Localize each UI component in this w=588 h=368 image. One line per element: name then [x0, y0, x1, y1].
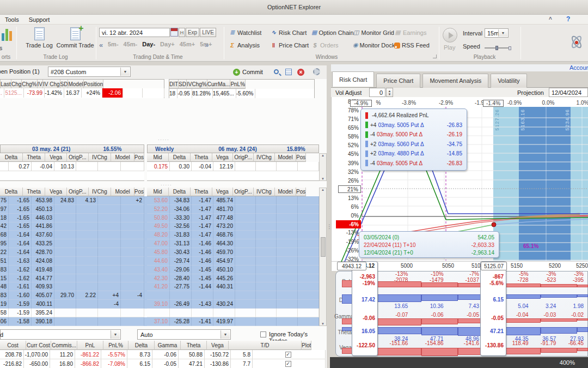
- column-header[interactable]: Pos: [296, 188, 306, 196]
- column-header[interactable]: Last: [1, 80, 11, 89]
- summary-right-row[interactable]: 18-0.9581.28%15,465...-5.60%: [169, 89, 314, 98]
- column-header[interactable]: Pos: [134, 153, 144, 162]
- column-header[interactable]: Theta: [191, 153, 212, 162]
- column-header[interactable]: Model: [275, 153, 296, 162]
- column-header[interactable]: IVChg: [254, 153, 275, 162]
- column-header[interactable]: Delta: [0, 188, 23, 196]
- option-row[interactable]: 2.42-1.65441.86 49.50-32.56-1.47473.20: [0, 222, 319, 231]
- column-header[interactable]: Gamma: [155, 341, 181, 350]
- column-header[interactable]: Vega: [45, 153, 67, 162]
- option-row[interactable]: 0.22-1.64428.70 45.80-30.43-1.46459.70: [0, 248, 319, 257]
- panel-splitter[interactable]: ⋮: [327, 65, 331, 368]
- option-row[interactable]: 4.75-1.65453.9824.834.13+2 53.60-34.83-1…: [0, 196, 319, 205]
- slider-thumb[interactable]: [495, 46, 498, 50]
- tab[interactable]: Movement Analysis: [422, 74, 488, 88]
- column-header[interactable]: Pos: [296, 153, 306, 162]
- live-button[interactable]: LIVE: [200, 28, 216, 37]
- commit-trade-button[interactable]: Commit Trade: [56, 27, 95, 49]
- menu-item[interactable]: Tools: [0, 15, 24, 25]
- window-button[interactable]: Option Chain: [311, 29, 353, 36]
- column-header[interactable]: OrigP...: [67, 153, 89, 162]
- column-header[interactable]: T/D: [229, 341, 302, 350]
- tab[interactable]: Volatility: [491, 74, 526, 88]
- column-header[interactable]: IVChg: [89, 153, 112, 162]
- tab[interactable]: Price Chart: [376, 74, 420, 88]
- column-header[interactable]: Curr Cost: [26, 341, 51, 350]
- account-link[interactable]: Account: [569, 64, 588, 71]
- current-price-column-box[interactable]: 5125.07 -867 -5.6% 6.15 -0.05 47.21 -130…: [480, 261, 506, 356]
- column-header[interactable]: IV Chg: [43, 80, 60, 89]
- column-header[interactable]: Model: [68, 80, 83, 89]
- column-header[interactable]: Model: [275, 188, 296, 196]
- window-button[interactable]: Monitor Grid: [353, 29, 394, 36]
- scrollbar-vertical[interactable]: ▲▼: [319, 188, 327, 326]
- ignore-trades-checkbox[interactable]: [260, 331, 266, 337]
- column-header[interactable]: Theta: [23, 153, 46, 162]
- column-header[interactable]: Plot: [302, 341, 311, 350]
- column-header[interactable]: Vega: [212, 188, 233, 196]
- column-header[interactable]: PnL%: [230, 80, 246, 89]
- speed-slider[interactable]: [485, 46, 515, 50]
- tab[interactable]: Risk Chart: [332, 71, 374, 87]
- column-header[interactable]: Theta: [23, 188, 46, 196]
- downside-column-box[interactable]: 4943.12 -2,963 -19% 17.42 -0.06 16.05 -1…: [352, 261, 378, 356]
- windows-launcher-icon[interactable]: [433, 55, 437, 58]
- column-header[interactable]: Position: [84, 80, 104, 89]
- time-nav-button[interactable]: 5m-: [108, 41, 119, 47]
- reports-button[interactable]: orts: [0, 45, 12, 51]
- column-header[interactable]: OrigP...: [233, 153, 254, 162]
- column-header[interactable]: CurrMa...: [207, 80, 231, 89]
- time-h-button[interactable]: H: [179, 28, 185, 37]
- exp-right-row[interactable]: 0.1750.30-0.0412.19: [147, 162, 319, 171]
- column-header[interactable]: IVChg: [254, 188, 275, 196]
- expiration-header-left[interactable]: 03 may. 24 (21) 16.55%: [0, 144, 144, 153]
- risk-chart[interactable]: 5127.26 5163.16 5234.96 84%78%71%65%58%5…: [331, 97, 588, 271]
- column-header[interactable]: IVChg%: [187, 80, 207, 89]
- column-header[interactable]: Mid: [147, 188, 169, 196]
- commit-icon[interactable]: +: [233, 69, 240, 76]
- column-header[interactable]: Theta: [181, 341, 207, 350]
- option-row[interactable]: 1.06-1.58390.18 37.10-25.28-1.41419.97: [0, 317, 319, 326]
- interval-select[interactable]: 15m▼: [485, 28, 509, 38]
- trade-row[interactable]: -216.82-650.0016.80-866.82-7.08%6.15-0.0…: [0, 359, 326, 368]
- plot-checkbox[interactable]: ✓: [285, 361, 291, 367]
- time-nav-button[interactable]: Day-: [142, 41, 155, 47]
- column-header[interactable]: Model: [111, 153, 134, 162]
- option-row[interactable]: 8.83-1.62419.48 43.40-29.06-1.45450.10: [0, 266, 319, 274]
- plot-checkbox[interactable]: ✓: [285, 352, 291, 358]
- option-row[interactable]: 3.97-1.65450.13 52.20-34.06-1.47481.70: [0, 205, 319, 214]
- option-row[interactable]: 1.68-1.64437.60 48.20-31.83-1.47468.76: [0, 231, 319, 239]
- vol-adjust-spinner[interactable]: ▲▼: [386, 88, 393, 97]
- option-row[interactable]: 6.19-1.59400.11-4 39.10-26.49-1.43430.24: [0, 300, 319, 309]
- ribbon-collapse-icon[interactable]: ^: [549, 16, 552, 22]
- column-header[interactable]: Delta: [169, 153, 191, 162]
- column-header[interactable]: Delta: [169, 188, 191, 196]
- position-filter-select[interactable]: ed▼: [0, 329, 121, 340]
- trade-log-button[interactable]: Trade Log: [25, 27, 53, 49]
- position-selector[interactable]: #208 Custom▼: [48, 67, 131, 77]
- window-button[interactable]: Watchlist: [229, 29, 270, 36]
- commit-button[interactable]: Commit: [242, 69, 263, 75]
- window-button[interactable]: Earnings: [394, 29, 436, 36]
- window-button[interactable]: RSS Feed: [394, 41, 436, 49]
- column-header[interactable]: PnL: [77, 341, 103, 350]
- menu-item[interactable]: Support: [24, 15, 55, 25]
- play-button[interactable]: [443, 28, 457, 43]
- zoom-bar[interactable]: 400%: [330, 357, 588, 368]
- column-header[interactable]: IV: [38, 80, 43, 89]
- calendar-icon[interactable]: [170, 28, 178, 37]
- time-nav-button[interactable]: 45m-: [124, 41, 138, 47]
- column-header[interactable]: Vega: [207, 341, 229, 350]
- column-header[interactable]: IVChg: [89, 188, 112, 196]
- column-header[interactable]: Delta: [128, 341, 155, 350]
- time-forward-chevron[interactable]: »: [205, 41, 209, 49]
- column-header[interactable]: SD: [60, 80, 69, 89]
- column-header[interactable]: Vega: [45, 188, 67, 196]
- column-header[interactable]: OrigP...: [233, 188, 254, 196]
- trade-row[interactable]: 208.78-1,070.0011.20-861.22-5.57%8.73-0.…: [0, 350, 326, 359]
- exp-button[interactable]: Exp: [186, 28, 199, 37]
- option-row[interactable]: 7.48-1.61409.93 41.20-27.75-1.44440.31: [0, 282, 319, 291]
- expiration-header-right[interactable]: Weekly 06 may. 24 (24) 15.89%: [147, 144, 319, 153]
- projection-date-input[interactable]: 12/04/2024: [549, 88, 588, 97]
- option-row[interactable]: 8.15-1.62414.77 42.30-28.40-1.45445.26: [0, 274, 319, 283]
